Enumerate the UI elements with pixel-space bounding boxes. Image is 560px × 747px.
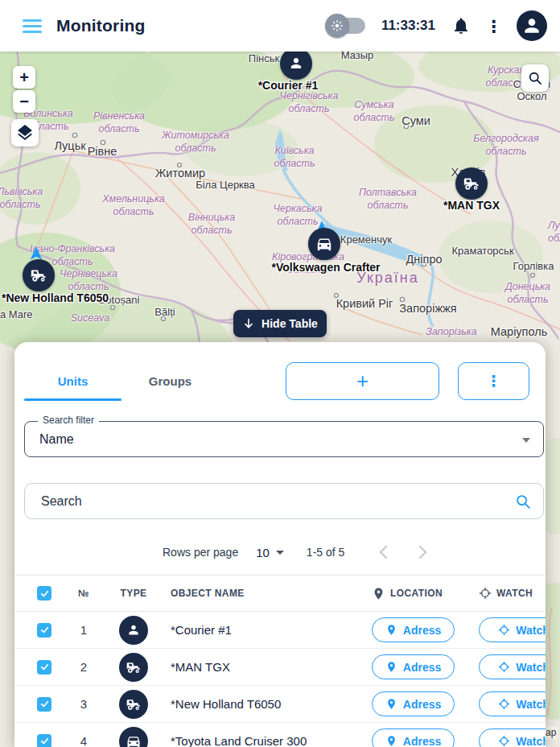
header-location: LOCATION [390,588,443,599]
map-unit-marker-man-tgx[interactable] [455,167,488,200]
pagination-range: 1-5 of 5 [307,546,344,559]
chevron-right-icon[interactable] [414,546,427,559]
search-filter-select[interactable]: Search filter Name [24,421,544,457]
table-row: 2 *MAN TGX Adress Watch [14,649,546,686]
tab-units[interactable]: Units [24,362,121,399]
chevron-down-icon[interactable] [276,551,284,555]
map-unit-label: *Volkswagen Crafter [271,261,380,274]
map-unit-marker-new-holland[interactable] [23,259,55,291]
notifications-bell-icon[interactable] [451,16,471,35]
location-pin-icon [385,735,397,747]
watch-button[interactable]: Watch [479,691,546,716]
rows-per-page-value[interactable]: 10 [256,546,270,559]
watch-label: Watch [516,698,546,711]
location-pin-icon [385,698,397,710]
address-button[interactable]: Adress [372,617,455,642]
map-city-label: Пінськ [249,53,279,65]
more-vertical-icon[interactable]: ⋮ [485,18,502,35]
map-city-label: Маріуполь [491,325,547,339]
search-filter-label: Search filter [38,415,99,426]
row-checkbox[interactable] [37,660,51,675]
map-region-label: Вінницька область [188,212,235,237]
row-number: 4 [68,734,100,747]
app-window: Monitoring 11:33:31 ⋮ [0,0,560,747]
header-num: № [68,588,100,599]
crosshair-icon [498,624,510,636]
crosshair-icon [498,735,510,747]
search-input[interactable] [39,493,514,510]
map-attribution: ap [544,726,558,739]
layers-button[interactable] [11,119,39,147]
sun-icon [325,14,349,38]
crosshair-icon [498,661,510,673]
location-pin-icon [385,661,397,673]
menu-icon[interactable] [23,19,42,33]
map-city-label: Рівне [88,145,117,159]
map-region-label: Полтавська область [359,187,417,212]
row-number: 1 [68,623,100,637]
row-checkbox[interactable] [37,697,51,712]
map-region-label: Suceava [71,312,110,325]
search-icon [527,70,543,86]
select-all-checkbox[interactable] [37,586,51,600]
header-type: TYPE [111,588,156,599]
watch-button[interactable]: Watch [479,728,546,747]
watch-label: Watch [516,735,546,747]
map-region-label: Белгородская область [473,133,538,158]
topbar-actions: 11:33:31 ⋮ [330,10,547,41]
person-icon [119,616,148,645]
map-unit-label: *MAN TGX [443,199,500,212]
map-region-label: Житомирська область [162,130,229,155]
table-body: 1 *Courier #1 Adress Watch 2 *MAN TGX Ad… [14,612,546,747]
pagination: Rows per page 10 1-5 of 5 [14,538,546,567]
search-filter-value: Name [39,432,74,447]
row-checkbox[interactable] [37,734,51,747]
hide-table-label: Hide Table [261,317,318,330]
watch-button[interactable]: Watch [479,654,546,679]
car-icon [119,727,148,747]
row-checkbox[interactable] [37,623,51,638]
panel-more-button[interactable]: ⋮ [458,362,529,400]
tab-groups[interactable]: Groups [121,362,219,399]
map-unit-marker-vw-crafter[interactable] [308,228,340,260]
chevron-left-icon[interactable] [380,546,393,559]
map-unit-label: *Courier #1 [258,79,319,92]
table-header: № TYPE OBJECT NAME LOCATION WATCH [14,575,546,612]
object-name: *Toyota Land Cruiser 300 [171,734,372,747]
active-tab-indicator [24,398,121,401]
zoom-in-button[interactable]: + [13,66,35,89]
watch-button[interactable]: Watch [479,617,546,642]
map-unit-label: *New Holland T6050 [2,291,109,304]
map-city-label: Запоріжжя [399,302,456,316]
map-city-label: Bălți [154,307,175,319]
rows-per-page-label: Rows per page [163,546,238,559]
search-icon[interactable] [514,493,532,510]
address-button[interactable]: Adress [372,654,455,679]
table-row: 3 *New Holland T6050 Adress Watch [14,686,546,723]
map-city-label: Луцьк [54,139,85,153]
hide-table-button[interactable]: Hide Table [233,310,327,337]
crosshair-icon [498,698,510,710]
table-row: 1 *Courier #1 Adress Watch [14,612,546,649]
zoom-out-button[interactable]: − [13,90,35,113]
row-number: 3 [68,697,100,711]
person-icon [287,55,305,72]
map-region-label: Львівська область [0,186,43,211]
clock: 11:33:31 [381,18,435,34]
map-search-button[interactable] [521,64,549,92]
arrow-down-icon [242,317,255,330]
tractor-icon [119,690,148,719]
add-unit-button[interactable]: + [286,362,439,400]
map-city-label: Краматорськ [451,246,513,258]
tractor-icon [30,266,47,284]
map-city-label: a Mare [0,309,32,321]
account-avatar[interactable] [517,10,547,41]
chevron-down-icon [522,438,530,443]
theme-toggle[interactable] [330,18,365,34]
row-number: 2 [68,660,100,674]
address-button[interactable]: Adress [372,691,455,716]
map-city-label: Кривий Ріг [336,297,393,311]
tractor-icon [119,653,148,682]
address-button[interactable]: Adress [372,728,455,747]
search-box [24,483,544,519]
